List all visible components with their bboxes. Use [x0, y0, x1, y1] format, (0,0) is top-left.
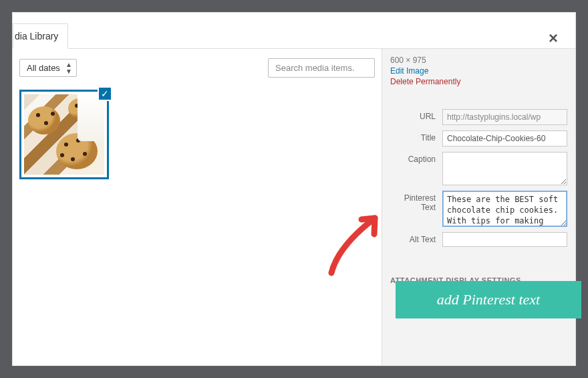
url-field[interactable]: http://tastyplugins.local/wp: [442, 109, 567, 125]
alt-text-field[interactable]: [442, 232, 567, 247]
media-thumbnail-selected[interactable]: ✓: [19, 90, 109, 179]
alt-text-label: Alt Text: [390, 232, 442, 244]
image-dimensions: 600 × 975: [390, 56, 567, 65]
date-filter-value: All dates: [27, 63, 60, 73]
edit-image-link[interactable]: Edit Image: [390, 66, 567, 76]
title-label: Title: [390, 130, 442, 143]
tab-strip: dia Library: [13, 13, 575, 49]
tab-media-library[interactable]: dia Library: [13, 23, 68, 49]
date-filter-select[interactable]: All dates ▲▼: [19, 59, 77, 77]
pinterest-text-field[interactable]: [442, 191, 567, 227]
library-toolbar: All dates ▲▼ Search media items.: [19, 58, 375, 78]
annotation-banner: add Pinterest text: [396, 281, 581, 318]
title-field[interactable]: Chocolate-Chip-Cookies-60: [442, 130, 567, 147]
delete-permanently-link[interactable]: Delete Permanently: [390, 77, 567, 86]
caption-field[interactable]: [442, 152, 567, 185]
media-library-panel: All dates ▲▼ Search media items.: [13, 49, 382, 365]
caption-label: Caption: [390, 152, 442, 164]
check-icon: ✓: [98, 86, 112, 101]
pinterest-text-label: Pinterest Text: [390, 191, 442, 212]
url-label: URL: [390, 109, 442, 121]
thumbnail-image: [24, 94, 104, 175]
search-input[interactable]: Search media items.: [268, 58, 375, 78]
chevron-updown-icon: ▲▼: [65, 62, 72, 75]
close-icon[interactable]: ×: [549, 30, 558, 46]
